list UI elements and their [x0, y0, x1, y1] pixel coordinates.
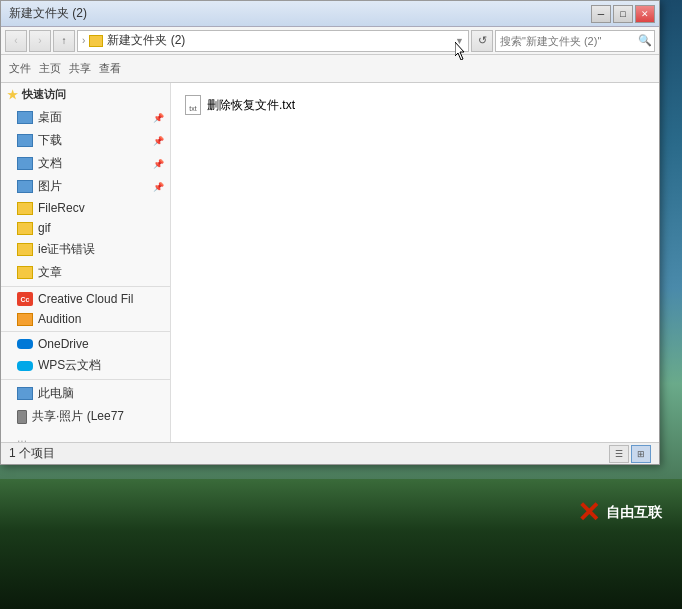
- file-name: 删除恢复文件.txt: [207, 97, 295, 114]
- sidebar-item-filerecv-label: FileRecv: [38, 201, 85, 215]
- this-pc-icon: [17, 387, 33, 400]
- search-input[interactable]: [500, 35, 638, 47]
- sidebar-item-creative-cloud-label: Creative Cloud Fil: [38, 292, 133, 306]
- minimize-button[interactable]: ─: [591, 5, 611, 23]
- toolbar-view[interactable]: 查看: [95, 61, 125, 76]
- desktop-folder-icon: [17, 111, 33, 124]
- iecerts-folder-icon: [17, 243, 33, 256]
- nav-bar: ‹ › ↑ › 新建文件夹 (2) ▼ ↺ 🔍: [1, 27, 659, 55]
- window-title: 新建文件夹 (2): [9, 5, 87, 22]
- maximize-button[interactable]: □: [613, 5, 633, 23]
- pictures-folder-icon: [17, 180, 33, 193]
- sidebar-divider-3: [1, 379, 170, 380]
- sidebar-item-pictures[interactable]: 图片 📌: [1, 175, 170, 198]
- pin-icon: 📌: [153, 159, 164, 169]
- pin-icon: 📌: [153, 182, 164, 192]
- view-tiles-button[interactable]: ⊞: [631, 445, 651, 463]
- sidebar-item-wps-label: WPS云文档: [38, 357, 101, 374]
- toolbar-share[interactable]: 共享: [65, 61, 95, 76]
- sidebar-item-more[interactable]: ...: [1, 428, 170, 442]
- sidebar-item-wps[interactable]: WPS云文档: [1, 354, 170, 377]
- sidebar-item-onedrive-label: OneDrive: [38, 337, 89, 351]
- view-controls: ☰ ⊞: [609, 445, 651, 463]
- forward-icon: ›: [38, 35, 41, 46]
- sidebar-item-pictures-label: 图片: [38, 178, 62, 195]
- quick-access-label: 快速访问: [22, 87, 66, 102]
- search-bar[interactable]: 🔍: [495, 30, 655, 52]
- window-controls: ─ □ ✕: [591, 5, 655, 23]
- sidebar-item-iecerts-label: ie证书错误: [38, 241, 95, 258]
- sidebar-item-audition[interactable]: Audition: [1, 309, 170, 329]
- audition-folder-icon: [17, 313, 33, 326]
- watermark-text: 自由互联: [606, 504, 662, 522]
- downloads-folder-icon: [17, 134, 33, 147]
- close-button[interactable]: ✕: [635, 5, 655, 23]
- sidebar-item-onedrive[interactable]: OneDrive: [1, 334, 170, 354]
- sidebar-item-this-pc[interactable]: 此电脑: [1, 382, 170, 405]
- gif-folder-icon: [17, 222, 33, 235]
- toolbar-label: 文件: [5, 61, 35, 76]
- up-button[interactable]: ↑: [53, 30, 75, 52]
- file-area: txt 删除恢复文件.txt: [171, 83, 659, 442]
- forward-button[interactable]: ›: [29, 30, 51, 52]
- sidebar-item-creative-cloud[interactable]: Cc Creative Cloud Fil: [1, 289, 170, 309]
- toolbar-home[interactable]: 主页: [35, 61, 65, 76]
- article-folder-icon: [17, 266, 33, 279]
- onedrive-icon: [17, 339, 33, 349]
- txt-file-icon: txt: [185, 95, 201, 115]
- creative-cloud-icon: Cc: [17, 292, 33, 306]
- refresh-icon: ↺: [478, 34, 487, 47]
- sidebar-item-shared-photos[interactable]: 共享·照片 (Lee77: [1, 405, 170, 428]
- quick-access-section[interactable]: ★ 快速访问: [1, 83, 170, 106]
- address-dropdown-icon[interactable]: ▼: [455, 36, 464, 46]
- refresh-button[interactable]: ↺: [471, 30, 493, 52]
- search-icon: 🔍: [638, 34, 652, 47]
- filerecv-folder-icon: [17, 202, 33, 215]
- up-icon: ↑: [62, 35, 67, 46]
- phone-icon: [17, 410, 27, 424]
- title-bar: 新建文件夹 (2) ─ □ ✕: [1, 1, 659, 27]
- view-details-button[interactable]: ☰: [609, 445, 629, 463]
- star-icon: ★: [7, 88, 18, 102]
- sidebar-item-article[interactable]: 文章: [1, 261, 170, 284]
- file-item-txt[interactable]: txt 删除恢复文件.txt: [179, 91, 651, 119]
- sidebar-item-desktop-label: 桌面: [38, 109, 62, 126]
- documents-folder-icon: [17, 157, 33, 170]
- watermark: ✕ 自由互联: [577, 496, 662, 529]
- address-bar[interactable]: › 新建文件夹 (2) ▼: [77, 30, 469, 52]
- sidebar-item-audition-label: Audition: [38, 312, 81, 326]
- watermark-x: ✕: [577, 496, 600, 529]
- sidebar-divider-2: [1, 331, 170, 332]
- sidebar-item-desktop[interactable]: 桌面 📌: [1, 106, 170, 129]
- sidebar-item-shared-photos-label: 共享·照片 (Lee77: [32, 408, 124, 425]
- sidebar-item-this-pc-label: 此电脑: [38, 385, 74, 402]
- status-count: 1 个项目: [9, 445, 55, 462]
- sidebar-item-article-label: 文章: [38, 264, 62, 281]
- sidebar-item-filerecv[interactable]: FileRecv: [1, 198, 170, 218]
- address-text: 新建文件夹 (2): [107, 32, 451, 49]
- sidebar-item-downloads[interactable]: 下载 📌: [1, 129, 170, 152]
- back-icon: ‹: [14, 35, 17, 46]
- folder-icon: [89, 35, 103, 47]
- main-area: ★ 快速访问 桌面 📌 下载 📌 文档 📌: [1, 83, 659, 442]
- pin-icon: 📌: [153, 113, 164, 123]
- explorer-window: 新建文件夹 (2) ─ □ ✕ ‹ › ↑ › 新建文件夹 (2) ▼ ↺ 🔍: [0, 0, 660, 465]
- toolbar: 文件 主页 共享 查看: [1, 55, 659, 83]
- wps-icon: [17, 361, 33, 371]
- sidebar-item-downloads-label: 下载: [38, 132, 62, 149]
- breadcrumb-arrow: ›: [82, 35, 85, 46]
- sidebar-divider-1: [1, 286, 170, 287]
- sidebar-item-documents-label: 文档: [38, 155, 62, 172]
- sidebar-item-iecerts[interactable]: ie证书错误: [1, 238, 170, 261]
- sidebar: ★ 快速访问 桌面 📌 下载 📌 文档 📌: [1, 83, 171, 442]
- sidebar-item-gif[interactable]: gif: [1, 218, 170, 238]
- status-bar: 1 个项目 ☰ ⊞: [1, 442, 659, 464]
- pin-icon: 📌: [153, 136, 164, 146]
- sidebar-item-documents[interactable]: 文档 📌: [1, 152, 170, 175]
- sidebar-item-gif-label: gif: [38, 221, 51, 235]
- more-label: ...: [17, 431, 27, 442]
- back-button[interactable]: ‹: [5, 30, 27, 52]
